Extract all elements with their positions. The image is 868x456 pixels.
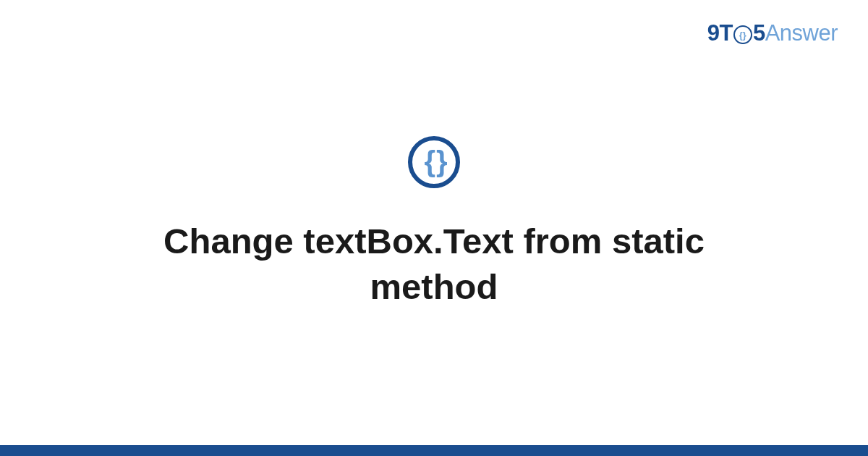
main-content: { } Change textBox.Text from static meth… [0,0,868,445]
question-title: Change textBox.Text from static method [72,219,796,309]
footer-accent-bar [0,445,868,456]
topic-icon-circle: { } [408,136,460,188]
braces-icon: { } [424,145,443,178]
